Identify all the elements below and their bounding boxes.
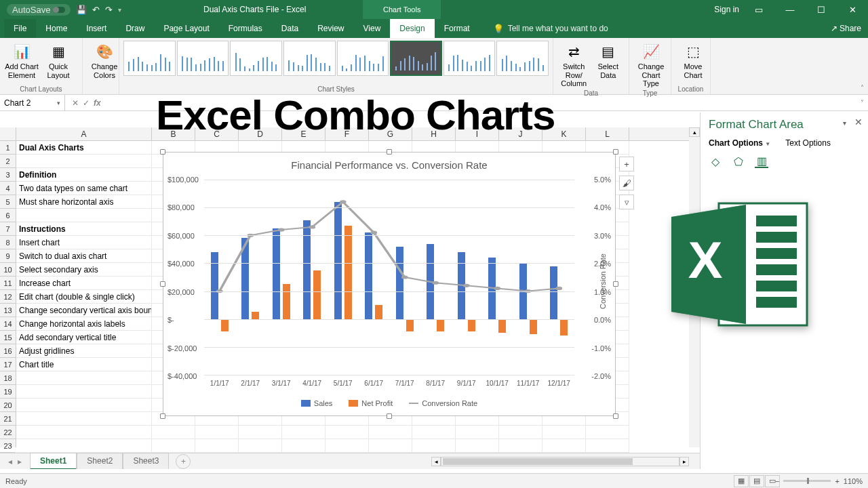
change-chart-type-button[interactable]: 📈Change Chart Type xyxy=(633,41,669,88)
formula-expand-icon[interactable]: ˅ xyxy=(856,99,868,106)
save-icon[interactable]: 💾 xyxy=(76,5,87,15)
colors-icon: 🎨 xyxy=(95,42,114,61)
text-options-tab[interactable]: Text Options xyxy=(785,138,831,148)
resize-handle[interactable] xyxy=(160,281,165,287)
status-ready: Ready xyxy=(5,477,27,485)
lightbulb-icon: 💡 xyxy=(493,24,504,34)
sheet-tab[interactable]: Sheet3 xyxy=(123,453,169,469)
chart-options-tab[interactable]: Chart Options ▼ xyxy=(709,138,770,148)
normal-view-icon[interactable]: ▦ xyxy=(734,475,749,487)
chart-elements-button[interactable]: + xyxy=(619,157,634,171)
chart-style-thumb[interactable] xyxy=(496,41,549,76)
select-all-corner[interactable] xyxy=(0,127,16,140)
resize-handle[interactable] xyxy=(613,413,618,419)
tab-page-layout[interactable]: Page Layout xyxy=(154,19,218,38)
svg-point-5 xyxy=(370,231,377,235)
svg-point-7 xyxy=(432,281,439,285)
chart-style-thumb[interactable] xyxy=(283,41,336,76)
tab-format[interactable]: Format xyxy=(435,19,479,38)
switch-row-column-button[interactable]: ⇄Switch Row/ Column xyxy=(557,41,591,88)
undo-icon[interactable]: ↶ xyxy=(92,5,100,15)
switch-icon: ⇄ xyxy=(564,42,583,61)
chart-title[interactable]: Financial Performance vs. Conversion Rat… xyxy=(163,152,615,175)
status-bar: Ready ▦ ▤ ▭ − + 110% xyxy=(0,473,868,488)
sheet-nav-prev-icon[interactable]: ◂ xyxy=(5,457,15,466)
fx-icon[interactable]: fx xyxy=(94,98,101,108)
horizontal-scrollbar[interactable]: ◂▸ xyxy=(431,456,689,467)
change-colors-button[interactable]: 🎨Change Colors xyxy=(87,41,122,79)
close-icon[interactable]: ✕ xyxy=(837,0,868,19)
svg-rect-14 xyxy=(756,216,797,226)
zoom-out-icon[interactable]: − xyxy=(775,477,779,485)
chart-styles-gallery[interactable] xyxy=(123,41,549,76)
fill-line-icon[interactable]: ◇ xyxy=(709,155,722,168)
chart-style-thumb[interactable] xyxy=(177,41,229,76)
tab-file[interactable]: File xyxy=(4,19,36,38)
qat-dropdown-icon[interactable]: ▾ xyxy=(118,6,121,14)
resize-handle[interactable] xyxy=(613,281,618,287)
pane-close-icon[interactable]: ✕ xyxy=(854,117,863,127)
ribbon-tabs: File Home Insert Draw Page Layout Formul… xyxy=(0,19,868,38)
embedded-chart[interactable]: + 🖌 ▿ Financial Performance vs. Conversi… xyxy=(163,152,616,416)
tab-design[interactable]: Design xyxy=(390,19,434,38)
tab-insert[interactable]: Insert xyxy=(77,19,116,38)
chart-legend[interactable]: Sales Net Profit Conversion Rate xyxy=(163,399,615,407)
tab-view[interactable]: View xyxy=(354,19,391,38)
resize-handle[interactable] xyxy=(613,149,618,155)
tab-review[interactable]: Review xyxy=(308,19,353,38)
ribbon-display-icon[interactable]: ▭ xyxy=(743,0,774,19)
chart-style-thumb[interactable] xyxy=(443,41,496,76)
ribbon-collapse-icon[interactable]: ˄ xyxy=(861,84,864,92)
effects-icon[interactable]: ⬠ xyxy=(732,155,745,168)
svg-rect-19 xyxy=(756,297,797,308)
sheet-tab[interactable]: Sheet2 xyxy=(77,453,123,469)
resize-handle[interactable] xyxy=(387,413,392,419)
resize-handle[interactable] xyxy=(160,149,165,155)
zoom-slider[interactable] xyxy=(783,480,831,482)
quick-layout-button[interactable]: ▦Quick Layout xyxy=(41,41,76,79)
maximize-icon[interactable]: ☐ xyxy=(806,0,837,19)
chart-style-thumb[interactable] xyxy=(230,41,282,76)
new-sheet-button[interactable]: + xyxy=(176,454,191,469)
row-headers[interactable]: 123456789101112131415161718192021222324 xyxy=(0,141,16,447)
chart-filters-button[interactable]: ▿ xyxy=(619,195,634,209)
chart-styles-button[interactable]: 🖌 xyxy=(619,176,634,190)
add-chart-element-button[interactable]: 📊Add Chart Element xyxy=(4,41,39,79)
tell-me-search[interactable]: 💡Tell me what you want to do xyxy=(493,19,608,38)
worksheet[interactable]: ABCDEFGHIJKL 123456789101112131415161718… xyxy=(0,113,700,469)
tab-data[interactable]: Data xyxy=(272,19,308,38)
share-button[interactable]: Share xyxy=(831,19,861,38)
sheet-tab[interactable]: Sheet1 xyxy=(30,453,77,469)
chart-style-thumb[interactable] xyxy=(390,41,442,76)
enter-icon[interactable]: ✓ xyxy=(83,98,90,108)
chart-style-thumb[interactable] xyxy=(123,41,176,76)
move-chart-button[interactable]: ⬚Move Chart xyxy=(675,41,711,79)
svg-point-4 xyxy=(340,200,347,203)
chart-tools-contextual-tab: Chart Tools xyxy=(363,0,441,19)
chart-style-thumb[interactable] xyxy=(337,41,389,76)
tab-formulas[interactable]: Formulas xyxy=(219,19,272,38)
page-layout-view-icon[interactable]: ▤ xyxy=(749,475,764,487)
svg-text:X: X xyxy=(688,231,723,289)
svg-point-8 xyxy=(463,284,470,287)
zoom-in-icon[interactable]: + xyxy=(835,477,839,485)
resize-handle[interactable] xyxy=(387,149,392,155)
resize-handle[interactable] xyxy=(160,413,165,419)
select-data-button[interactable]: ▤Select Data xyxy=(592,41,625,88)
signin-link[interactable]: Sign in xyxy=(714,5,739,14)
plot-area[interactable]: Conversion Rate xyxy=(204,180,574,375)
autosave-toggle[interactable]: AutoSave xyxy=(7,4,71,16)
zoom-level[interactable]: 110% xyxy=(844,477,863,485)
name-box[interactable]: Chart 2▾ xyxy=(0,95,65,111)
sheet-nav-next-icon[interactable]: ▸ xyxy=(15,457,24,466)
tab-home[interactable]: Home xyxy=(36,19,77,38)
pane-menu-icon[interactable]: ▾ xyxy=(843,119,846,127)
size-properties-icon[interactable]: ▥ xyxy=(755,155,768,168)
minimize-icon[interactable]: — xyxy=(774,0,806,19)
redo-icon[interactable]: ↷ xyxy=(105,5,113,15)
svg-rect-17 xyxy=(756,264,797,275)
tab-draw[interactable]: Draw xyxy=(116,19,154,38)
cancel-icon[interactable]: ✕ xyxy=(72,98,79,108)
svg-rect-15 xyxy=(756,232,797,243)
svg-rect-18 xyxy=(756,281,797,291)
